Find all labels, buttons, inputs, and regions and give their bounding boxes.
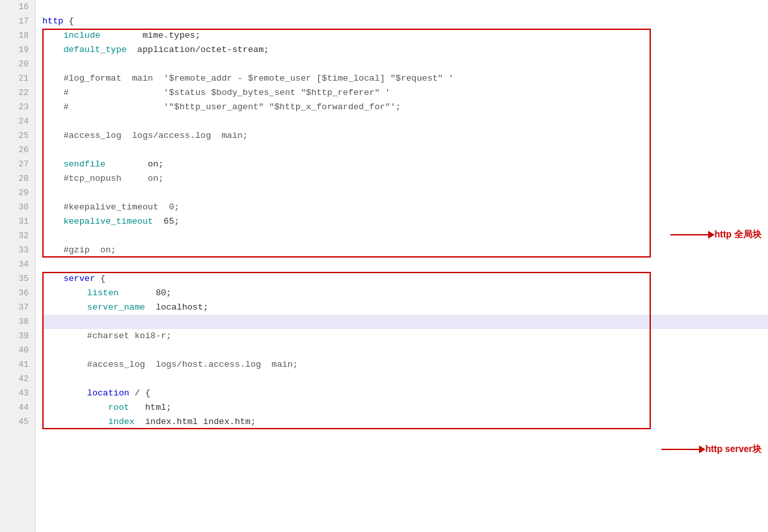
line-num-20: 20 [0,57,35,72]
line-num-44: 44 [0,401,35,415]
code-line-28: #tcp_nopush on; [42,172,768,186]
line-num-27: 27 [0,157,35,172]
code-line-20 [42,57,768,72]
code-line-31: keepalive_timeout 65; [42,215,768,229]
line-num-41: 41 [0,358,35,372]
line-num-19: 19 [0,43,35,57]
code-line-21: #log_format main '$remote_addr - $remote… [42,72,768,86]
code-line-34 [42,258,768,272]
line-num-30: 30 [0,200,35,215]
code-line-45: index index.html index.htm; [45,415,256,429]
code-line-39: #charset koi8-r; [45,329,171,343]
line-numbers: 16 17 18 19 20 21 22 23 24 25 26 27 28 2… [0,0,36,532]
code-line-33: #gzip on; [42,243,768,258]
arrow-line-server [661,449,700,450]
code-line-32 [42,229,768,243]
line-num-16: 16 [0,0,35,14]
line-num-29: 29 [0,186,35,200]
http-global-arrow [670,234,709,235]
code-line-36: listen 80; [45,286,171,300]
code-line-18: include mime.types; [42,29,768,43]
code-line-26 [42,143,768,157]
line-num-21: 21 [0,72,35,86]
line-num-26: 26 [0,143,35,157]
code-line-37: server_name localhost; [45,300,208,315]
annotation-http-global: http 全局块 [670,229,761,241]
line-num-32: 32 [0,229,35,243]
http-server-label: http server块 [706,444,761,455]
code-line-30: #keepalive_timeout 0; [42,200,768,215]
line-num-37: 37 [0,300,35,315]
line-num-35: 35 [0,272,35,286]
code-line-29 [42,186,768,200]
code-line-41: #access_log logs/host.access.log main; [45,358,298,372]
code-line-22: # '$status $body_bytes_sent "$http_refer… [42,86,768,100]
code-line-44: root html; [45,401,171,415]
code-container: 16 17 18 19 20 21 22 23 24 25 26 27 28 2… [0,0,768,532]
line-num-33: 33 [0,243,35,258]
code-line-16 [42,0,768,14]
code-line-25: #access_log logs/access.log main; [42,129,768,143]
code-line-24 [42,114,768,129]
line-num-22: 22 [0,86,35,100]
code-line-19: default_type application/octet-stream; [42,43,768,57]
code-line-27: sendfile on; [42,157,768,172]
line-num-23: 23 [0,100,35,114]
line-num-39: 39 [0,329,35,343]
line-num-42: 42 [0,372,35,386]
code-line-43: location / { [45,386,150,401]
line-num-36: 36 [0,286,35,300]
code-area: http { include mime.types; default_type … [36,0,768,532]
line-num-18: 18 [0,29,35,43]
line-num-25: 25 [0,129,35,143]
kw-http: http [42,16,63,26]
line-num-17: 17 [0,14,35,29]
http-global-label: http 全局块 [715,229,761,241]
code-line-35: server { [42,272,768,286]
annotation-http-server: http server块 [661,444,761,455]
line-num-43: 43 [0,386,35,401]
line-num-40: 40 [0,343,35,358]
line-num-31: 31 [0,215,35,229]
line-num-34: 34 [0,258,35,272]
line-num-28: 28 [0,172,35,186]
line-num-24: 24 [0,114,35,129]
line-num-45: 45 [0,415,35,429]
line-num-38: 38 [0,315,35,329]
code-line-17: http { [42,14,768,29]
code-line-23: # '"$http_user_agent" "$http_x_forwarded… [42,100,768,114]
http-server-arrow [661,449,700,450]
arrow-line-global [670,234,709,235]
